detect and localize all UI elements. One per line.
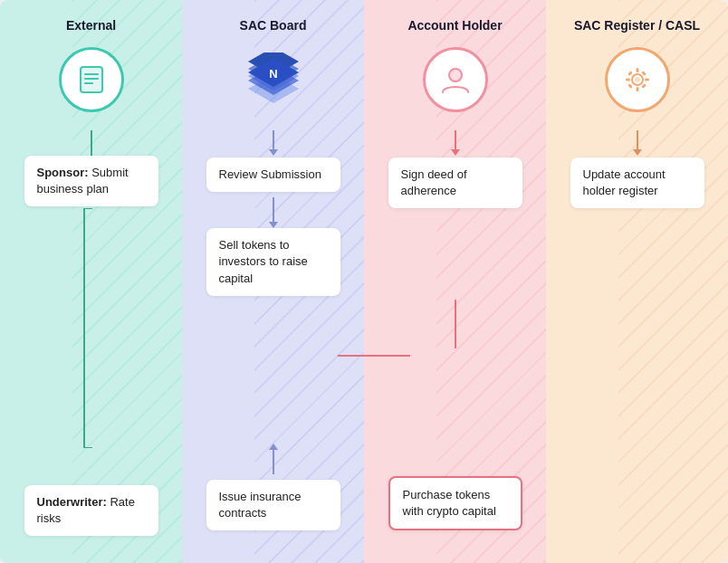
svg-point-20 [635, 77, 640, 82]
svg-text:N: N [269, 67, 277, 81]
svg-rect-27 [627, 83, 633, 89]
col-external-header: External [66, 18, 116, 33]
col-account-header: Account Holder [407, 18, 502, 33]
diagram: External Sponsor: Submit business plan U… [0, 0, 728, 563]
register-box-update: Update account holder register [570, 157, 704, 208]
sac-icon: N [241, 47, 306, 112]
sac-box-review: Review Submission [206, 157, 340, 192]
svg-rect-21 [636, 68, 638, 72]
svg-marker-18 [455, 299, 456, 308]
col-register-header: SAC Register / CASL [574, 18, 700, 33]
sac-box-sell: Sell tokens to investors to raise capita… [206, 228, 340, 296]
svg-rect-25 [627, 71, 633, 76]
account-icon [423, 47, 488, 112]
col-account: Account Holder Sign deed of adherence Pu… [364, 0, 546, 563]
account-box-deed: Sign deed of adherence [388, 157, 522, 208]
external-box-sponsor: Sponsor: Submit business plan [24, 156, 158, 206]
col-register: SAC Register / CASL Update accou [546, 0, 728, 563]
account-box-purchase: Purchase tokens with crypto capital [388, 476, 522, 530]
svg-rect-26 [641, 71, 647, 76]
external-icon [59, 47, 124, 112]
svg-rect-23 [626, 79, 630, 81]
col-sac-header: SAC Board [240, 18, 307, 33]
col-external: External Sponsor: Submit business plan U… [0, 0, 182, 563]
col-sac: SAC Board N [182, 0, 364, 563]
sac-box-insurance: Issue insurance contracts [206, 480, 340, 530]
svg-rect-24 [645, 79, 649, 81]
svg-rect-22 [636, 87, 638, 91]
external-box-underwriter: Underwriter: Rate risks [24, 485, 158, 536]
register-icon [605, 47, 670, 112]
svg-rect-28 [641, 83, 647, 89]
